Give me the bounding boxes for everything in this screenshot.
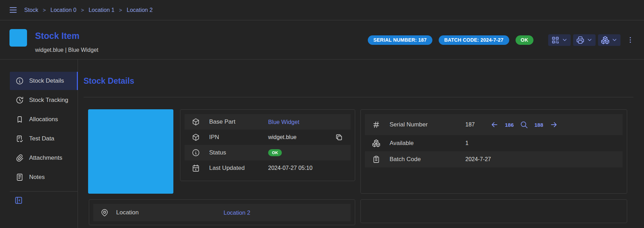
- stock-actions-button[interactable]: [598, 34, 620, 46]
- paperclip-icon: [15, 154, 24, 162]
- table-row-available: Available 1: [365, 135, 623, 151]
- bookmark-icon: [15, 115, 24, 124]
- breadcrumb-bar: Stock > Location 0 > Location 1 > Locati…: [0, 0, 644, 20]
- breadcrumb-location-2[interactable]: Location 2: [127, 7, 153, 13]
- breadcrumb-separator: >: [81, 7, 84, 13]
- previous-serial-link[interactable]: 186: [505, 122, 514, 128]
- table-row-location: Location Location 2: [93, 204, 351, 221]
- breadcrumb: Stock > Location 0 > Location 1 > Locati…: [24, 7, 153, 13]
- sidebar-item-label: Stock Tracking: [29, 97, 68, 104]
- breadcrumb-location-0[interactable]: Location 0: [51, 7, 77, 13]
- sidebar-collapse-icon: [14, 196, 23, 205]
- row-label: IPN: [209, 134, 268, 141]
- serial-number-value: 187: [465, 122, 475, 128]
- part-thumbnail[interactable]: [9, 29, 27, 47]
- previous-serial-button[interactable]: [490, 120, 499, 129]
- part-image[interactable]: [88, 109, 173, 194]
- table-row-last-updated: Last Updated 2024-07-27 05:10: [185, 160, 351, 176]
- row-label: Serial Number: [390, 121, 465, 128]
- row-label: Status: [209, 149, 268, 156]
- table-row-base-part: Base Part Blue Widget: [185, 114, 351, 130]
- box-icon: [192, 118, 200, 126]
- serial-number-badge: SERIAL NUMBER: 187: [368, 35, 432, 45]
- sidebar-item-attachments[interactable]: Attachments: [10, 149, 78, 167]
- chevron-down-icon: [611, 37, 618, 43]
- notes-icon: [15, 173, 24, 181]
- chevron-down-icon: [586, 37, 593, 43]
- sidebar-divider: [10, 191, 78, 192]
- table-row-batch-code: Batch Code 2024-7-27: [365, 151, 623, 167]
- batch-code-value: 2024-7-27: [465, 156, 491, 163]
- next-serial-button[interactable]: [550, 120, 558, 129]
- row-label: Location: [116, 209, 224, 216]
- page-title: Stock Item: [35, 31, 79, 41]
- box-icon: [192, 133, 200, 141]
- stock-item-page: Stock > Location 0 > Location 1 > Locati…: [0, 0, 644, 228]
- map-pin-icon: [100, 208, 109, 217]
- panel-title: Stock Details: [84, 76, 134, 86]
- ipn-value: widget.blue: [268, 134, 297, 140]
- sidebar-collapse-button[interactable]: [14, 196, 23, 205]
- copy-button[interactable]: [335, 133, 343, 141]
- serial-panel: Serial Number 187 186 188: [360, 109, 627, 194]
- clipboard-icon: [372, 155, 380, 164]
- breadcrumb-stock[interactable]: Stock: [24, 7, 38, 13]
- search-icon: [520, 121, 528, 129]
- arrow-left-icon: [490, 120, 499, 129]
- available-value: 1: [465, 140, 469, 146]
- menu-icon[interactable]: [8, 5, 18, 15]
- sidebar: Stock Details Stock Tracking Allocations…: [0, 60, 78, 228]
- copy-icon: [335, 133, 343, 141]
- empty-panel: [360, 199, 627, 223]
- sidebar-item-label: Stock Details: [29, 77, 64, 84]
- printer-icon: [576, 36, 585, 44]
- checklist-icon: [15, 134, 24, 143]
- packages-icon: [601, 36, 610, 44]
- details-panel: Base Part Blue Widget IPN widget.blue St…: [180, 109, 355, 181]
- overflow-menu-button[interactable]: [626, 36, 634, 44]
- sidebar-item-test-data[interactable]: Test Data: [10, 130, 78, 148]
- serial-navigation: 186 188: [490, 120, 558, 129]
- status-ok-badge: OK: [268, 149, 282, 156]
- panel-divider: [84, 97, 633, 97]
- row-label: Last Updated: [209, 165, 268, 172]
- sidebar-item-label: Notes: [29, 174, 45, 181]
- location-panel: Location Location 2: [89, 199, 355, 225]
- next-serial-link[interactable]: 188: [535, 122, 543, 128]
- page-header: Stock Item widget.blue | Blue Widget SER…: [0, 20, 644, 60]
- info-circle-icon: [15, 77, 24, 85]
- row-label: Available: [390, 140, 465, 147]
- batch-code-badge: BATCH CODE: 2024-7-27: [439, 35, 509, 45]
- breadcrumb-separator: >: [119, 7, 122, 13]
- header-right-group: SERIAL NUMBER: 187 BATCH CODE: 2024-7-27…: [368, 20, 634, 60]
- row-label: Base Part: [209, 118, 268, 125]
- search-serial-button[interactable]: [520, 121, 528, 129]
- table-row-ipn: IPN widget.blue: [185, 130, 351, 145]
- sidebar-item-allocations[interactable]: Allocations: [10, 110, 78, 129]
- sidebar-item-stock-details[interactable]: Stock Details: [10, 72, 78, 90]
- dots-vertical-icon: [626, 36, 634, 44]
- row-label: Batch Code: [390, 156, 465, 163]
- packages-icon: [372, 139, 380, 147]
- chevron-down-icon: [562, 37, 568, 43]
- print-actions-button[interactable]: [573, 34, 596, 46]
- sidebar-item-label: Allocations: [29, 116, 58, 123]
- arrow-right-icon: [550, 120, 558, 129]
- sidebar-item-label: Attachments: [29, 154, 62, 161]
- sidebar-item-stock-tracking[interactable]: Stock Tracking: [10, 91, 78, 109]
- hash-icon: [372, 120, 380, 129]
- status-badge: OK: [516, 35, 533, 45]
- base-part-link[interactable]: Blue Widget: [268, 119, 299, 125]
- barcode-actions-button[interactable]: [548, 34, 571, 46]
- history-icon: [15, 96, 24, 104]
- breadcrumb-separator: >: [43, 7, 46, 13]
- location-link[interactable]: Location 2: [224, 209, 250, 216]
- calendar-icon: [192, 164, 200, 172]
- breadcrumb-location-1[interactable]: Location 1: [88, 7, 114, 13]
- header-actions: [548, 34, 634, 46]
- page-subtitle: widget.blue | Blue Widget: [35, 47, 98, 53]
- sidebar-item-notes[interactable]: Notes: [10, 168, 78, 186]
- table-row-status: Status OK: [185, 145, 351, 160]
- qrcode-icon: [551, 36, 560, 44]
- sidebar-item-label: Test Data: [29, 135, 54, 142]
